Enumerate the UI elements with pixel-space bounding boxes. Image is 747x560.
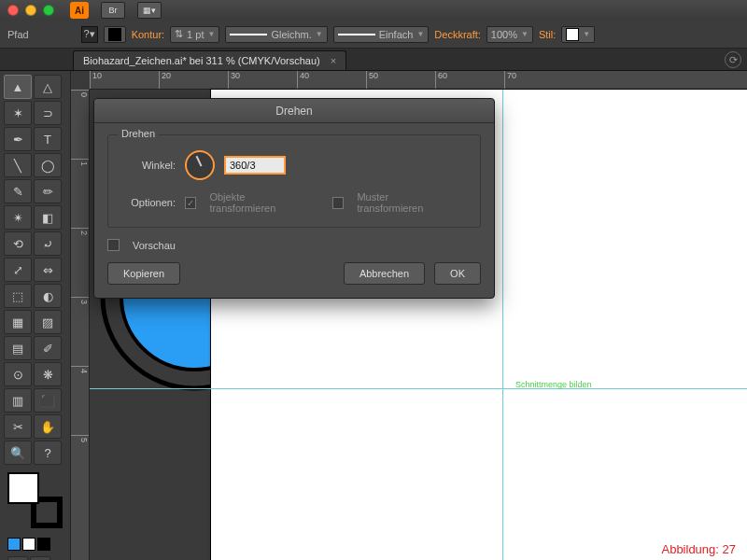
stroke-weight-value: 1 pt: [187, 29, 204, 40]
app-logo-ai: Ai: [70, 2, 89, 19]
style-label: Stil:: [539, 29, 556, 40]
screen-mode-normal[interactable]: ▭: [7, 556, 28, 560]
transform-pattern-checkbox[interactable]: [332, 197, 344, 209]
blend-tool[interactable]: ⊙: [4, 362, 32, 386]
preview-label: Vorschau: [133, 240, 176, 251]
ellipse-tool[interactable]: ◯: [34, 153, 62, 177]
guide-vertical[interactable]: [502, 90, 503, 560]
options-bar: Pfad ?▾ Kontur: ⇅1 pt▼ Gleichm.▼ Einfach…: [0, 21, 747, 49]
window-zoom-dot[interactable]: [43, 5, 54, 16]
stroke-profile-select[interactable]: Gleichm.▼: [225, 26, 327, 43]
reflect-tool[interactable]: ⤾: [34, 231, 62, 256]
fill-color-swatch[interactable]: [7, 472, 39, 504]
free-transform-tool[interactable]: ⬚: [4, 284, 32, 308]
width-tool[interactable]: ⇔: [34, 258, 62, 282]
column-graph-tool[interactable]: ▥: [4, 388, 32, 413]
opacity-select[interactable]: 100%▼: [486, 26, 533, 43]
transform-pattern-label: Muster transformieren: [357, 191, 452, 214]
sync-settings-icon[interactable]: ⟳: [725, 51, 741, 68]
style-select[interactable]: ▼: [561, 26, 595, 43]
selection-tool[interactable]: ▲: [4, 75, 32, 99]
ruler-horizontal[interactable]: 10203040506070: [90, 71, 747, 90]
document-tab[interactable]: Biohazard_Zeichen.ai* bei 311 % (CMYK/Vo…: [73, 50, 346, 70]
preview-checkbox[interactable]: [107, 239, 120, 251]
unknown-tool[interactable]: ?: [34, 441, 62, 465]
selection-type-label: Pfad: [7, 29, 29, 40]
copy-button[interactable]: Kopieren: [107, 262, 180, 285]
eyedropper-tool[interactable]: ✐: [34, 336, 62, 360]
shape-builder-tool[interactable]: ◐: [34, 284, 62, 308]
dialog-title: Drehen: [94, 99, 494, 123]
swatch[interactable]: [7, 538, 21, 551]
pencil-tool[interactable]: ✏: [34, 179, 62, 203]
window-minimize-dot[interactable]: [25, 5, 36, 16]
fill-swatch-none[interactable]: ?▾: [81, 26, 98, 43]
swatch[interactable]: [22, 538, 35, 551]
zoom-tool[interactable]: 🔍: [4, 441, 32, 465]
ruler-vertical[interactable]: 012345: [71, 90, 90, 560]
stroke-label: Kontur:: [132, 29, 164, 40]
angle-input[interactable]: [224, 156, 286, 175]
pen-tool[interactable]: ✒: [4, 127, 32, 151]
transform-objects-label: Objekte transformieren: [209, 191, 308, 214]
rotate-tool[interactable]: ⟲: [4, 231, 32, 256]
macos-titlebar: Ai Br ▦▾: [0, 0, 747, 21]
hand-tool[interactable]: ✋: [34, 414, 62, 439]
options-label: Optionen:: [121, 197, 176, 208]
ok-button[interactable]: OK: [434, 262, 481, 285]
transform-objects-checkbox[interactable]: [185, 197, 196, 209]
screen-mode-full[interactable]: ▯: [30, 556, 50, 560]
screen-mode-row: ▭ ▯ ◫: [4, 554, 66, 560]
tools-panel: ▲ △ ✶ ⊃ ✒ T ╲ ◯ ✎ ✏ ✴ ◧ ⟲ ⤾ ⤢ ⇔ ⬚ ◐ ▦ ▨ …: [0, 71, 71, 560]
swatch[interactable]: [37, 538, 50, 551]
magic-wand-tool[interactable]: ✶: [4, 101, 32, 125]
fieldset-legend: Drehen: [118, 128, 159, 139]
stroke-weight-select[interactable]: ⇅1 pt▼: [170, 26, 219, 43]
smart-guide-label: Schnittmenge bilden: [515, 380, 592, 389]
mesh-tool[interactable]: ▨: [34, 310, 62, 334]
cancel-button[interactable]: Abbrechen: [344, 262, 425, 285]
guide-horizontal[interactable]: [90, 388, 747, 389]
close-tab-icon[interactable]: ×: [331, 55, 336, 66]
fill-stroke-indicator[interactable]: [7, 472, 63, 528]
rotate-fieldset: Drehen Winkel: Optionen: Objekte transfo…: [107, 134, 481, 228]
angle-dial[interactable]: [185, 150, 215, 180]
window-close-dot[interactable]: [7, 5, 19, 16]
bridge-button[interactable]: Br: [101, 2, 125, 19]
gradient-tool[interactable]: ▤: [4, 336, 32, 360]
document-tab-bar: Biohazard_Zeichen.ai* bei 311 % (CMYK/Vo…: [0, 49, 747, 71]
angle-label: Winkel:: [121, 160, 176, 171]
figure-number-label: Abbildung: 27: [661, 542, 736, 556]
document-tab-title: Biohazard_Zeichen.ai* bei 311 % (CMYK/Vo…: [83, 55, 320, 66]
slice-tool[interactable]: ✂: [4, 414, 32, 439]
direct-selection-tool[interactable]: △: [34, 75, 62, 99]
color-swatch-row: [4, 536, 66, 553]
eraser-tool[interactable]: ◧: [34, 205, 62, 230]
scale-tool[interactable]: ⤢: [4, 258, 32, 282]
blob-brush-tool[interactable]: ✴: [4, 205, 32, 230]
brush-select[interactable]: Einfach▼: [333, 26, 430, 43]
line-tool[interactable]: ╲: [4, 153, 32, 177]
symbol-sprayer-tool[interactable]: ❋: [34, 362, 62, 386]
rotate-dialog: Drehen Drehen Winkel: Optionen: Objekte …: [93, 98, 495, 299]
opacity-label: Deckkraft:: [434, 29, 481, 40]
perspective-tool[interactable]: ▦: [4, 310, 32, 334]
paintbrush-tool[interactable]: ✎: [4, 179, 32, 203]
type-tool[interactable]: T: [34, 127, 62, 151]
lasso-tool[interactable]: ⊃: [34, 101, 62, 125]
artboard-tool[interactable]: ⬛: [34, 388, 62, 413]
stroke-swatch[interactable]: [104, 26, 126, 43]
arrange-documents-button[interactable]: ▦▾: [137, 2, 162, 19]
